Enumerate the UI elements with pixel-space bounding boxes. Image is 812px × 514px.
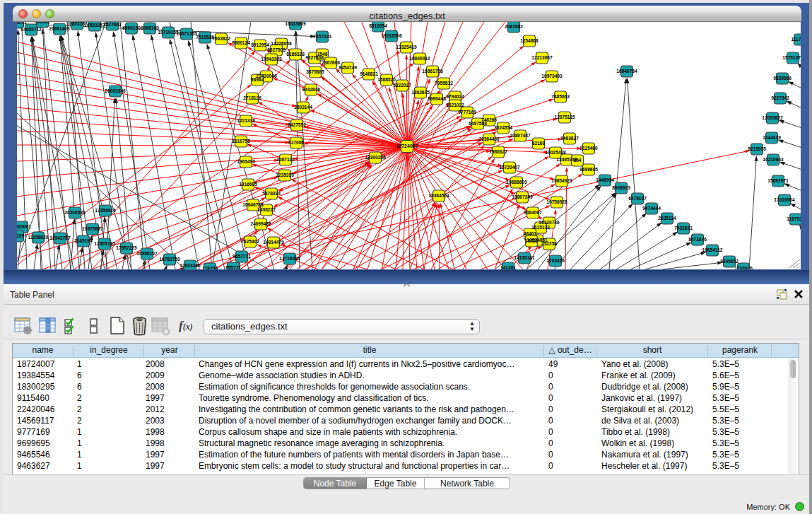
svg-text:13325419: 13325419	[396, 45, 417, 49]
svg-text:7955812: 7955812	[435, 81, 453, 86]
svg-text:9146821: 9146821	[360, 71, 378, 76]
svg-text:12213967: 12213967	[531, 55, 553, 60]
svg-text:14914479: 14914479	[263, 240, 284, 245]
svg-text:8186328: 8186328	[286, 52, 305, 57]
svg-text:6479197: 6479197	[628, 196, 647, 201]
svg-text:19218506: 19218506	[381, 33, 402, 38]
svg-text:1117234: 1117234	[792, 37, 801, 42]
svg-text:5322037: 5322037	[393, 83, 411, 88]
svg-text:13226058: 13226058	[271, 41, 292, 46]
svg-text:19521: 19521	[525, 238, 539, 243]
svg-text:9115460: 9115460	[579, 146, 598, 151]
svg-text:19384554: 19384554	[428, 193, 449, 198]
svg-text:9227342: 9227342	[771, 95, 789, 100]
svg-text:1805571: 1805571	[17, 22, 27, 25]
svg-text:16782759: 16782759	[159, 257, 180, 262]
svg-text:2718126: 2718126	[243, 95, 261, 100]
svg-text:17359924: 17359924	[95, 208, 116, 213]
svg-text:1965493: 1965493	[237, 159, 255, 164]
svg-text:8660124: 8660124	[232, 40, 250, 45]
svg-text:8427552: 8427552	[288, 122, 306, 127]
svg-text:10975867: 10975867	[82, 226, 103, 231]
svg-text:7632621: 7632621	[674, 226, 693, 230]
svg-text:26053346: 26053346	[105, 88, 126, 93]
svg-text:3267110: 3267110	[276, 157, 295, 162]
svg-text:1615132: 1615132	[531, 225, 550, 230]
svg-text:20206536: 20206536	[64, 210, 86, 215]
svg-text:17957225: 17957225	[116, 245, 137, 250]
svg-text:1440954: 1440954	[596, 177, 614, 182]
svg-text:7625402: 7625402	[241, 239, 259, 244]
svg-text:1588520: 1588520	[377, 77, 396, 82]
svg-text:5878334: 5878334	[262, 191, 281, 196]
svg-text:12975115: 12975115	[555, 115, 575, 119]
svg-text:1145194: 1145194	[74, 238, 93, 243]
svg-text:10973493: 10973493	[541, 74, 563, 78]
svg-text:124254: 124254	[202, 266, 218, 269]
svg-text:955771: 955771	[225, 265, 241, 269]
svg-text:9474444: 9474444	[642, 206, 661, 211]
svg-text:16120746: 16120746	[539, 220, 560, 225]
svg-text:10025438: 10025438	[545, 150, 566, 155]
svg-text:9777169: 9777169	[458, 110, 476, 115]
svg-text:9794024: 9794024	[446, 94, 464, 99]
svg-text:6966160: 6966160	[141, 25, 159, 30]
svg-text:18807249: 18807249	[512, 194, 533, 199]
svg-text:1527602: 1527602	[103, 22, 122, 27]
svg-text:1610755: 1610755	[232, 139, 250, 144]
svg-text:1244419: 1244419	[763, 135, 781, 140]
svg-text:9463627: 9463627	[560, 136, 579, 141]
svg-text:12942757: 12942757	[49, 235, 71, 240]
svg-text:16046788: 16046788	[242, 202, 264, 207]
svg-text:10756928: 10756928	[546, 199, 567, 204]
svg-text:2803144: 2803144	[294, 105, 312, 110]
svg-text:20364436: 20364436	[478, 136, 500, 141]
svg-text:7663822: 7663822	[212, 36, 230, 41]
svg-text:15720407: 15720407	[499, 165, 520, 170]
svg-text:141361: 141361	[500, 265, 516, 269]
svg-text:15692971: 15692971	[767, 178, 789, 183]
svg-text:1733426: 1733426	[546, 258, 565, 263]
svg-text:24099489: 24099489	[250, 221, 271, 226]
svg-text:9242848: 9242848	[302, 87, 320, 92]
svg-text:18300295: 18300295	[365, 155, 386, 160]
svg-text:11156829: 11156829	[28, 235, 49, 240]
svg-text:746266: 746266	[481, 117, 497, 122]
svg-text:8813054: 8813054	[369, 23, 387, 28]
svg-text:9657771: 9657771	[233, 254, 251, 259]
svg-text:1362615: 1362615	[411, 90, 430, 95]
svg-text:7986322: 7986322	[489, 149, 507, 154]
svg-text:20691406: 20691406	[49, 26, 70, 31]
svg-text:8454749: 8454749	[339, 65, 357, 70]
svg-text:2087682: 2087682	[505, 24, 523, 29]
svg-text:8912954: 8912954	[251, 42, 269, 47]
svg-text:9529966: 9529966	[773, 76, 792, 81]
svg-text:7485063: 7485063	[551, 94, 570, 99]
svg-text:17016504: 17016504	[774, 197, 795, 202]
svg-text:10543382: 10543382	[261, 57, 282, 62]
svg-text:16961758: 16961758	[422, 69, 443, 74]
svg-text:10654112: 10654112	[702, 247, 723, 252]
svg-text:7357224: 7357224	[313, 34, 331, 39]
svg-text:10688609: 10688609	[506, 180, 527, 185]
svg-text:16648784: 16648784	[616, 69, 637, 74]
svg-text:15751074: 15751074	[782, 55, 801, 60]
svg-text:3875685: 3875685	[306, 69, 324, 74]
svg-text:9084067: 9084067	[524, 210, 542, 215]
svg-text:16640910: 16640910	[409, 56, 430, 61]
svg-text:14136141: 14136141	[514, 255, 535, 260]
svg-text:2367608: 2367608	[322, 60, 340, 65]
svg-text:18724007: 18724007	[396, 144, 418, 148]
svg-text:1498222: 1498222	[257, 207, 276, 212]
svg-text:39159: 39159	[17, 233, 24, 238]
svg-text:13716485: 13716485	[279, 256, 300, 261]
svg-text:10958107: 10958107	[136, 251, 158, 256]
svg-text:3624554: 3624554	[494, 125, 512, 130]
svg-text:16033809: 16033809	[285, 22, 306, 26]
svg-text:817006: 817006	[288, 140, 304, 145]
svg-text:16671355: 16671355	[176, 31, 197, 36]
svg-text:14055712: 14055712	[20, 27, 42, 32]
svg-text:9327503: 9327503	[267, 47, 286, 52]
svg-text:1167534: 1167534	[787, 216, 801, 221]
svg-text:1154808: 1154808	[520, 38, 539, 43]
